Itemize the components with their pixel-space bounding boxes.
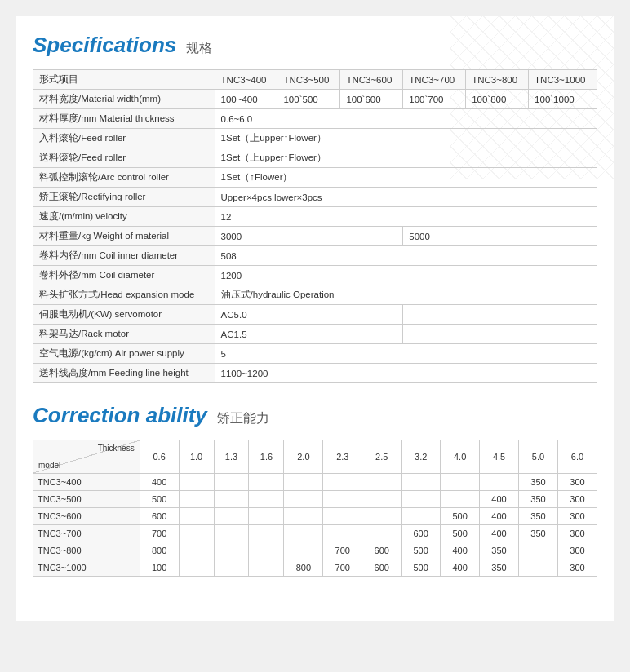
corr-value-cell	[441, 474, 480, 491]
spec-row-value: Upper×4pcs lower×3pcs	[215, 188, 597, 207]
spec-row-label: 材料宽度/Material width(mm)	[33, 90, 215, 109]
spec-row-label: 入料滚轮/Feed roller	[33, 129, 215, 148]
spec-row-label: 卷料内径/mm Coil inner diameter	[33, 246, 215, 266]
corr-value-cell	[284, 491, 323, 508]
corr-value-cell: 400	[480, 525, 519, 542]
corr-value-cell: 600	[140, 508, 179, 525]
corr-header-row: Thickness model 0.61.01.31.62.02.32.53.2…	[33, 440, 597, 474]
corr-value-cell: 800	[284, 559, 323, 577]
specifications-title: Specifications 规格	[33, 33, 597, 58]
table-row: 速度/(m/min) velocity12	[33, 207, 597, 227]
table-row: 材料宽度/Material width(mm)100~400100`500100…	[33, 90, 597, 109]
specifications-table: 形式项目TNC3~400TNC3~500TNC3~600TNC3~700TNC3…	[33, 69, 597, 383]
table-row: 矫正滚轮/Rectifying rollerUpper×4pcs lower×3…	[33, 188, 597, 207]
spec-row-value: 3000	[215, 227, 403, 246]
spec-row-label: 空气电源/(kg/cm) Air power supply	[33, 344, 215, 364]
spec-row-label: 送料滚轮/Feed roller	[33, 148, 215, 168]
corr-value-cell: 350	[519, 491, 558, 508]
correction-table: Thickness model 0.61.01.31.62.02.32.53.2…	[33, 440, 597, 577]
corr-value-cell: 700	[323, 559, 362, 577]
corr-value-cell	[214, 525, 249, 542]
corr-value-cell: 500	[402, 542, 441, 559]
corr-value-cell: 300	[557, 525, 597, 542]
corr-value-cell	[402, 474, 441, 491]
table-row: TNC3~1000100800700600500400350300	[33, 559, 597, 577]
table-row: TNC3~600600500400350300	[33, 508, 597, 525]
table-row: 料架马达/Rack motorAC1.5	[33, 325, 597, 344]
table-row: TNC3~700700600500400350300	[33, 525, 597, 542]
corr-value-cell	[519, 542, 558, 559]
corr-value-cell	[323, 508, 362, 525]
corr-value-cell: 800	[140, 542, 179, 559]
spec-row-label: 材料重量/kg Weight of material	[33, 227, 215, 246]
spec-row-value: 1200	[215, 266, 597, 285]
corr-value-cell: 400	[480, 508, 519, 525]
corr-thickness-header: 4.0	[441, 440, 480, 474]
table-row: 空气电源/(kg/cm) Air power supply5	[33, 344, 597, 364]
corr-value-cell	[179, 508, 214, 525]
corr-value-cell: 350	[519, 508, 558, 525]
table-row: 料头扩张方式/Head expansion mode油压式/hydraulic …	[33, 285, 597, 305]
spec-row-value: 1Set（↑Flower）	[215, 168, 597, 188]
corr-value-cell: 300	[557, 491, 597, 508]
table-row: TNC3~800800700600500400350300	[33, 542, 597, 559]
corner-thickness-label: Thickness	[98, 444, 135, 453]
spec-row-value	[403, 305, 597, 325]
page: Specifications 规格 形式项目TNC3~400TNC3~500TN…	[16, 16, 614, 621]
spec-row-value: AC1.5	[215, 325, 403, 344]
spec-row-label: 料头扩张方式/Head expansion mode	[33, 285, 215, 305]
corr-thickness-header: 2.3	[323, 440, 362, 474]
corr-model-label: TNC3~400	[33, 474, 140, 491]
corr-value-cell: 300	[557, 508, 597, 525]
corr-value-cell	[249, 542, 284, 559]
corr-thickness-header: 1.6	[249, 440, 284, 474]
spec-row-value: 100~400	[215, 90, 277, 109]
corr-value-cell: 500	[441, 525, 480, 542]
corr-model-label: TNC3~700	[33, 525, 140, 542]
table-row: 卷料内径/mm Coil inner diameter508	[33, 246, 597, 266]
corr-value-cell	[179, 525, 214, 542]
spec-row-value: 100`500	[277, 90, 340, 109]
corr-value-cell	[249, 508, 284, 525]
corr-value-cell: 600	[362, 542, 402, 559]
corr-value-cell	[249, 474, 284, 491]
corr-value-cell: 350	[519, 474, 558, 491]
corr-value-cell	[362, 474, 402, 491]
corr-value-cell	[179, 491, 214, 508]
corr-value-cell: 600	[402, 525, 441, 542]
corr-value-cell: 350	[480, 559, 519, 577]
corr-value-cell	[441, 491, 480, 508]
corr-thickness-header: 5.0	[519, 440, 558, 474]
corr-value-cell	[179, 559, 214, 577]
corr-model-label: TNC3~800	[33, 542, 140, 559]
corr-value-cell: 500	[441, 508, 480, 525]
corr-value-cell	[284, 542, 323, 559]
spec-row-value: 1Set（上upper↑Flower）	[215, 148, 597, 168]
correction-title-cn: 矫正能力	[217, 410, 269, 427]
corr-value-cell: 300	[557, 542, 597, 559]
corr-value-cell	[519, 559, 558, 577]
corr-value-cell	[214, 542, 249, 559]
spec-row-label: 速度/(m/min) velocity	[33, 207, 215, 227]
corr-value-cell: 400	[480, 491, 519, 508]
corr-thickness-header: 1.3	[214, 440, 249, 474]
spec-row-value	[403, 325, 597, 344]
corr-value-cell: 350	[480, 542, 519, 559]
specifications-title-cn: 规格	[186, 40, 212, 57]
table-row: 材料重量/kg Weight of material30005000	[33, 227, 597, 246]
spec-header-cell: 形式项目	[33, 70, 215, 90]
corr-thickness-header: 2.5	[362, 440, 402, 474]
corr-value-cell: 500	[402, 559, 441, 577]
corr-value-cell: 400	[441, 559, 480, 577]
corr-value-cell	[249, 525, 284, 542]
spec-row-value: 12	[215, 207, 597, 227]
corr-thickness-header: 0.6	[140, 440, 179, 474]
correction-title-en: Correction ability	[33, 403, 207, 428]
spec-row-label: 料弧控制滚轮/Arc control roller	[33, 168, 215, 188]
corr-thickness-header: 2.0	[284, 440, 323, 474]
corr-value-cell	[214, 559, 249, 577]
spec-row-value: 100`800	[466, 90, 529, 109]
table-row: TNC3~500500400350300	[33, 491, 597, 508]
corr-value-cell	[179, 474, 214, 491]
corr-thickness-header: 1.0	[179, 440, 214, 474]
